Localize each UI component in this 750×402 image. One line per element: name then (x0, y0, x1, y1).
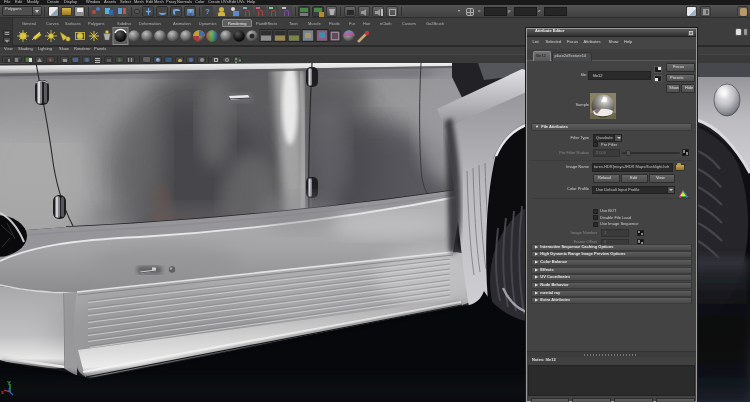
svg-text:x: x (1, 389, 4, 395)
